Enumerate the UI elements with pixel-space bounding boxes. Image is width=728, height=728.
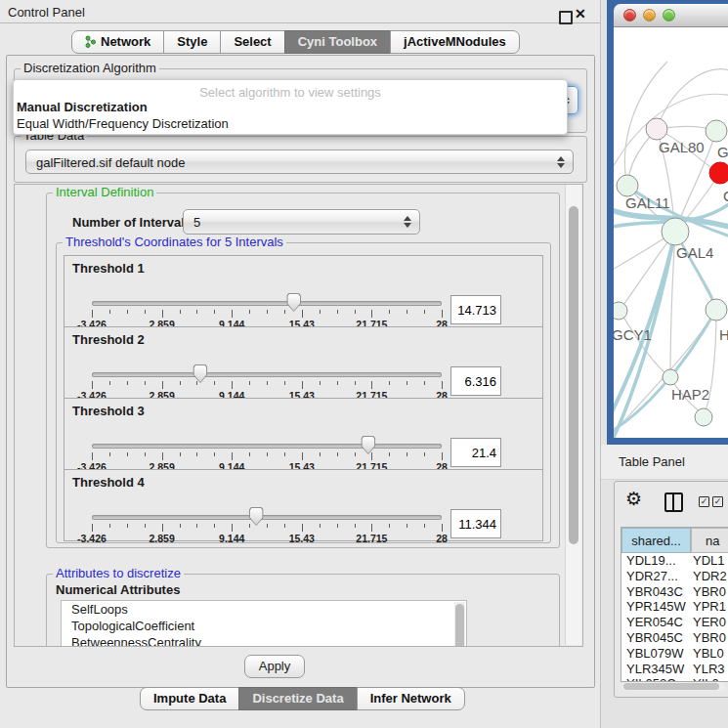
slider-track[interactable] xyxy=(92,444,442,449)
apply-button[interactable]: Apply xyxy=(244,655,305,678)
cell-shared-name[interactable]: YBR045C xyxy=(626,630,689,646)
checkbox-icon[interactable]: ✓ xyxy=(712,496,723,507)
threshold-value-field[interactable] xyxy=(450,366,501,396)
table-row[interactable]: YBL079WYBL0 xyxy=(621,646,728,662)
network-node[interactable] xyxy=(662,218,689,245)
table-panel: ⚙ ✓ ✓ shared... na YDL19...YDL1YDR27...Y… xyxy=(614,481,728,698)
close-icon[interactable]: ✕ xyxy=(575,6,586,21)
cell-shared-name[interactable]: YER054C xyxy=(626,615,689,630)
tab-label: jActiveMNodules xyxy=(404,34,506,49)
threshold-value-field[interactable] xyxy=(450,438,501,467)
network-node[interactable] xyxy=(706,299,727,321)
table-row[interactable]: YLR345WYLR3 xyxy=(621,662,728,677)
table-row[interactable]: YDR27...YDR2 xyxy=(621,569,728,584)
threshold-label: Threshold 4 xyxy=(72,475,145,490)
threshold-block: Threshold 4 -3.4262.8599.14415.4321.7152… xyxy=(64,469,543,541)
table-row[interactable]: YBR043CYBR0 xyxy=(621,584,728,600)
gear-icon[interactable]: ⚙ xyxy=(625,488,642,510)
bottom-tab-bar: Impute Data Discretize Data Infer Networ… xyxy=(140,687,465,710)
checkbox-icon[interactable]: ✓ xyxy=(699,496,709,507)
cell-name[interactable]: YBL0 xyxy=(693,646,724,662)
tab-label: Infer Network xyxy=(370,691,451,706)
tab-style[interactable]: Style xyxy=(163,30,221,54)
main-vertical-scrollbar[interactable] xyxy=(565,185,581,645)
network-nodes[interactable]: GAL80GGAL11CGAL4GCY1HHAP2 xyxy=(614,118,728,426)
cell-shared-name[interactable]: YPR145W xyxy=(626,599,689,615)
network-node-label: GAL11 xyxy=(625,194,670,211)
table-horizontal-scrollbar[interactable] xyxy=(621,682,725,691)
tab-label: Style xyxy=(177,34,207,49)
threshold-slider[interactable]: -3.4262.8599.14415.4321.71528 xyxy=(92,515,442,548)
threshold-label: Threshold 2 xyxy=(72,332,145,347)
network-node[interactable] xyxy=(709,162,728,184)
zoom-traffic-light-icon[interactable] xyxy=(663,9,675,21)
cell-name[interactable]: YLR3 xyxy=(693,662,725,677)
cell-shared-name[interactable]: YBR043C xyxy=(626,584,689,600)
cell-name[interactable]: YER0 xyxy=(693,615,726,630)
table-row[interactable]: YPR145WYPR1 xyxy=(621,599,728,615)
scrollbar-thumb[interactable] xyxy=(623,683,719,690)
slider-track[interactable] xyxy=(92,301,442,306)
table-data-combobox[interactable]: galFiltered.sif default node xyxy=(25,150,574,174)
cell-name[interactable]: YBR0 xyxy=(693,630,726,646)
network-node[interactable] xyxy=(614,302,627,320)
tab-discretize-data[interactable]: Discretize Data xyxy=(238,687,357,710)
column-header-name[interactable]: na xyxy=(691,528,728,553)
network-node[interactable] xyxy=(695,408,712,426)
combo-stepper-icon xyxy=(557,156,565,168)
top-tab-bar: Network Style Select Cyni Toolbox jActiv… xyxy=(71,30,520,54)
popup-hint: Select algorithm to view settings xyxy=(14,85,567,100)
table-row[interactable]: YER054CYER0 xyxy=(621,615,728,630)
cell-shared-name[interactable]: YLR345W xyxy=(626,662,689,677)
combo-value: 5 xyxy=(193,215,200,230)
threshold-value-field[interactable] xyxy=(450,509,501,538)
float-window-icon[interactable] xyxy=(559,11,573,24)
threshold-value-field[interactable] xyxy=(450,295,501,324)
minimize-traffic-light-icon[interactable] xyxy=(643,9,656,21)
list-scrollbar[interactable] xyxy=(454,602,465,647)
group-title: Discretization Algorithm xyxy=(21,62,159,75)
network-node[interactable] xyxy=(646,118,667,140)
cell-shared-name[interactable]: YDL19... xyxy=(626,553,689,569)
tab-label: Select xyxy=(234,34,271,49)
settings-scroll-region: Interval Definition Number of Intervals … xyxy=(14,184,583,647)
scrollbar-thumb[interactable] xyxy=(455,604,464,647)
attribute-list-item[interactable]: TopologicalCoefficient xyxy=(62,618,466,634)
close-traffic-light-icon[interactable] xyxy=(623,9,636,21)
popup-option-equal-width-frequency[interactable]: Equal Width/Frequency Discretization xyxy=(16,116,229,132)
popup-option-manual-discretization[interactable]: Manual Discretization xyxy=(16,100,148,115)
table-row[interactable]: YBR045CYBR0 xyxy=(621,630,728,646)
scrollbar-thumb[interactable] xyxy=(569,206,578,544)
cell-shared-name[interactable]: YDR27... xyxy=(626,569,689,584)
cell-name[interactable]: YDR2 xyxy=(693,569,727,584)
column-header-shared-name[interactable]: shared... xyxy=(621,528,691,553)
table-row[interactable]: YDL19...YDL1 xyxy=(621,553,728,569)
attribute-list-item[interactable]: SelfLoops xyxy=(62,601,466,618)
slider-track[interactable] xyxy=(92,515,442,520)
tab-cyni-toolbox[interactable]: Cyni Toolbox xyxy=(284,30,391,54)
cell-shared-name[interactable]: YBL079W xyxy=(626,646,689,662)
cell-name[interactable]: YDL1 xyxy=(693,553,725,569)
network-window-titlebar[interactable] xyxy=(614,4,728,27)
tab-jactivemnodules[interactable]: jActiveMNodules xyxy=(390,30,520,54)
slider-track[interactable] xyxy=(92,372,442,377)
number-of-intervals-combobox[interactable]: 5 xyxy=(183,209,420,235)
network-node[interactable] xyxy=(706,120,727,142)
tab-infer-network[interactable]: Infer Network xyxy=(357,687,465,710)
numerical-attributes-list[interactable]: SelfLoopsTopologicalCoefficientBetweenne… xyxy=(61,600,467,647)
tab-network[interactable]: Network xyxy=(71,30,164,54)
number-of-intervals-label: Number of Intervals xyxy=(72,215,192,230)
cell-name[interactable]: YPR1 xyxy=(693,599,726,615)
tab-impute-data[interactable]: Impute Data xyxy=(140,687,239,710)
network-canvas[interactable]: GAL80GGAL11CGAL4GCY1HHAP2 xyxy=(614,27,728,438)
network-node[interactable] xyxy=(663,369,678,385)
control-panel-titlebar: Control Panel ✕ xyxy=(0,0,600,23)
attribute-list-item[interactable]: BetweennessCentrality xyxy=(62,634,466,647)
column-layout-icon[interactable] xyxy=(664,492,683,512)
tab-select[interactable]: Select xyxy=(220,30,284,54)
group-title: Interval Definition xyxy=(53,186,156,199)
threshold-block: Threshold 1 -3.4262.8599.14415.4321.7152… xyxy=(64,255,543,327)
tab-label: Network xyxy=(101,34,150,49)
cell-name[interactable]: YBR0 xyxy=(693,584,726,600)
network-node[interactable] xyxy=(617,175,638,196)
